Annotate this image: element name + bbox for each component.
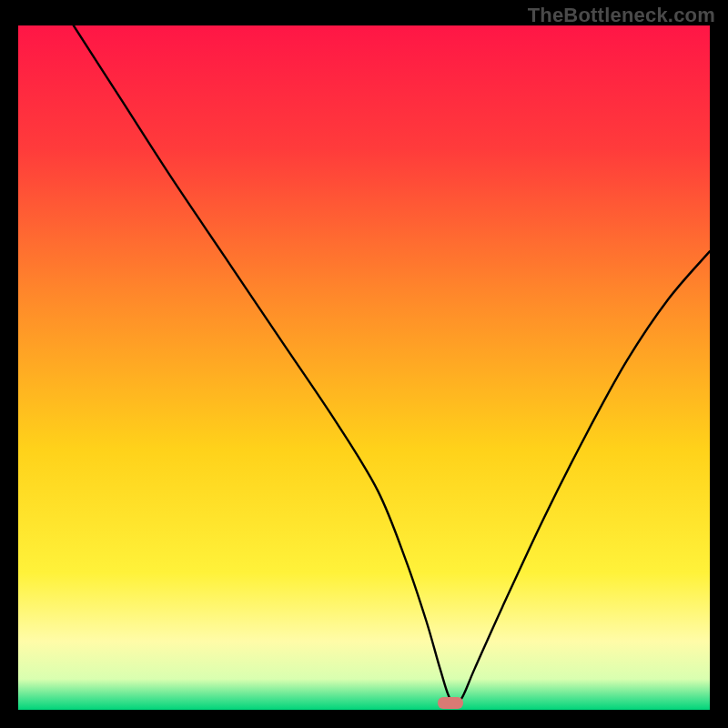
plot-background (18, 25, 710, 710)
watermark-text: TheBottleneck.com (528, 4, 715, 27)
minimum-marker (438, 697, 463, 709)
chart-svg (18, 25, 710, 710)
chart-frame: TheBottleneck.com (0, 0, 728, 728)
